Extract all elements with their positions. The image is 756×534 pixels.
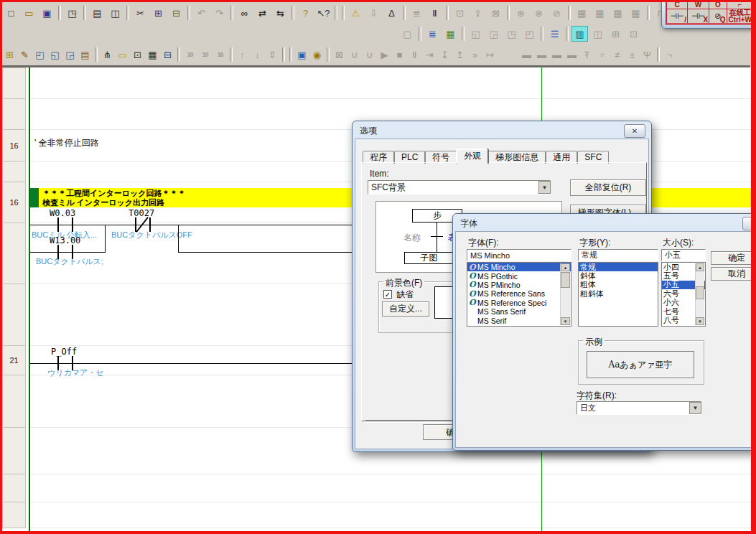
toolbar-separator (291, 6, 294, 20)
contact-label: BUCタクトパルス; (36, 256, 103, 267)
font-ok-button[interactable]: 确定 (711, 251, 756, 265)
font-style-list[interactable]: 常规斜体粗体粗斜体 (578, 262, 658, 327)
font-name-input[interactable]: MS Mincho (467, 249, 571, 261)
compile-icon[interactable]: ⚠ (347, 5, 364, 21)
font-option[interactable]: OMS PGothic (467, 271, 571, 280)
redo-icon: ↷ (211, 5, 228, 21)
font-option[interactable]: MS Serif (467, 316, 571, 324)
rung-number-cell (2, 474, 26, 502)
scroll-down-icon[interactable]: ▼ (696, 317, 704, 325)
new-window-icon[interactable]: ⊞ (2, 47, 17, 62)
tile-windows-icon[interactable]: ◲ (62, 47, 78, 62)
find-icon[interactable]: ∞ (236, 5, 253, 21)
step-out-icon: ↥ (452, 47, 467, 62)
font-size-input[interactable]: 小五 (661, 249, 706, 261)
step-run-icon: ⇥ (422, 47, 437, 62)
options-close-button[interactable]: ✕ (624, 124, 645, 138)
charset-combobox[interactable]: 日文 (577, 401, 701, 415)
transfer-program-icon[interactable]: ▦ (442, 26, 459, 42)
item-combobox-arrow[interactable]: ▼ (538, 181, 551, 194)
find-error-icon[interactable]: ∆ (383, 5, 400, 21)
copy-icon[interactable]: ⊞ (150, 5, 167, 21)
find-all-icon[interactable]: ⇆ (272, 5, 289, 21)
reset-all-button[interactable]: 全部复位(R) (570, 179, 646, 196)
item-combobox[interactable]: SFC背景 (368, 180, 551, 195)
goto-list-icon: ⇕ (265, 47, 280, 62)
compare-2-icon: ⊗ (531, 5, 547, 21)
memory-2-icon: ▦ (592, 5, 608, 21)
scroll-thumb[interactable] (696, 286, 704, 299)
context-help-icon[interactable]: ↖? (315, 5, 332, 21)
paste-icon[interactable]: ⊟ (168, 5, 185, 21)
contact-label: BUCタクトパルスOFF (111, 230, 192, 240)
toolbar-views: ⊞✎◰◱◲▤⋔▭⊡▦⊟101016↑↓⇕▣◉⊠∪∪▶■Ⅱ⇥↧↥»↦▬▬▬▬Ŧ÷≠… (2, 44, 750, 65)
save-icon[interactable]: ▣ (39, 5, 55, 21)
address-reference-icon[interactable]: ▭ (115, 47, 130, 62)
print-icon[interactable]: ▤ (89, 5, 106, 21)
font-style-input[interactable]: 常规 (578, 249, 658, 261)
memory-3-icon: ▦ (610, 5, 626, 21)
mini-closed-contact-button[interactable]: ⊣⊢/ (666, 9, 688, 24)
custom-color-button[interactable]: 自定义... (382, 301, 429, 317)
help-icon[interactable]: ? (297, 5, 314, 21)
monitor-toggle-icon[interactable]: ▥ (571, 26, 588, 42)
print-preview-icon[interactable]: ◫ (107, 5, 123, 21)
work-online-icon: ▢ (399, 26, 416, 42)
font-option[interactable]: MS Sans Serif (467, 307, 571, 316)
font-option[interactable]: OMS Mincho (467, 263, 571, 271)
radix-hex-icon: 16 (213, 47, 228, 62)
rung-number-cell (2, 98, 26, 130)
font-cancel-button[interactable]: 取消 (711, 267, 756, 281)
binary-view-icon[interactable]: ⊟ (160, 47, 175, 62)
rung-comment-dialog-icon[interactable]: ▦ (145, 47, 160, 62)
mini-work-online-button[interactable]: 在线工 Ctrl+W (727, 9, 755, 24)
open-file-icon[interactable]: ▭ (21, 5, 37, 21)
branch-wire (30, 252, 106, 253)
font-size-list[interactable]: 小四五号小五六号小六七号八号▲▼ (661, 262, 706, 327)
transfer-doc-icon: ⇪ (470, 5, 486, 21)
foreground-group-label: 前景色(F) (383, 277, 424, 289)
scroll-up-icon[interactable]: ▲ (696, 263, 704, 271)
replace-icon[interactable]: ⇄ (254, 5, 271, 21)
contact-address: T0027 (129, 208, 154, 218)
tab-外观[interactable]: 外观 (457, 149, 488, 164)
cut-icon[interactable]: ✂ (132, 5, 149, 21)
vertical-down-icon: ÷ (594, 47, 610, 62)
print-setup-icon[interactable]: ◳ (64, 5, 80, 21)
toolbox-icon[interactable]: ✎ (17, 47, 32, 62)
mini-closed-coil-button[interactable]: ⊘Q (709, 9, 727, 24)
properties-icon[interactable]: ▤ (78, 47, 93, 62)
transfer-to-plc-icon[interactable]: ≣ (424, 26, 441, 42)
io-comment-icon[interactable]: ⊡ (130, 47, 145, 62)
list-scrollbar[interactable]: ▲▼ (695, 263, 704, 325)
watch-window-icon[interactable]: ▣ (294, 47, 309, 62)
font-list[interactable]: OMS MinchoOMS PGothicOMS PMinchoOMS Refe… (467, 262, 571, 327)
scroll-down-icon[interactable]: ▼ (561, 317, 570, 325)
list-scrollbar[interactable]: ▲▼ (560, 263, 570, 325)
monitor-2-icon: ◫ (589, 26, 606, 42)
font-option[interactable]: OMS Reference Sans (467, 289, 571, 298)
cross-reference-icon[interactable]: ⋔ (100, 47, 115, 62)
font-name-label: 字体(F): (468, 237, 499, 249)
scroll-thumb[interactable] (561, 272, 570, 288)
font-size-label: 大小(S): (663, 237, 694, 249)
font-option[interactable]: OMS Reference Speci (467, 299, 571, 307)
new-file-icon[interactable]: □ (3, 5, 19, 21)
pause-monitor-icon[interactable]: Ⅱ (426, 5, 443, 21)
default-checkbox-label: 缺省 (396, 289, 414, 301)
style-option[interactable]: 粗斜体 (579, 289, 658, 298)
coil-2-icon: ▬ (534, 47, 549, 62)
capture-border-bottom (0, 531, 756, 534)
default-checkbox[interactable]: ✓ (383, 290, 392, 299)
mini-or-closed-contact-button[interactable]: ⊣⊢X (688, 9, 709, 24)
font-option[interactable]: OMS PMincho (467, 281, 571, 289)
font-option-label: MS Reference Sans (477, 289, 545, 298)
monitor-window-icon[interactable]: ◉ (309, 47, 325, 62)
charset-combobox-arrow[interactable]: ▼ (689, 402, 701, 414)
chart-window-icon[interactable]: ◰ (32, 47, 47, 62)
compile-all-icon: ⇩ (365, 5, 382, 21)
symbol-table-icon[interactable]: ☰ (546, 26, 563, 42)
cascade-windows-icon[interactable]: ◱ (47, 47, 62, 62)
scroll-up-icon[interactable]: ▲ (561, 263, 570, 271)
skip-icon: » (467, 47, 482, 62)
